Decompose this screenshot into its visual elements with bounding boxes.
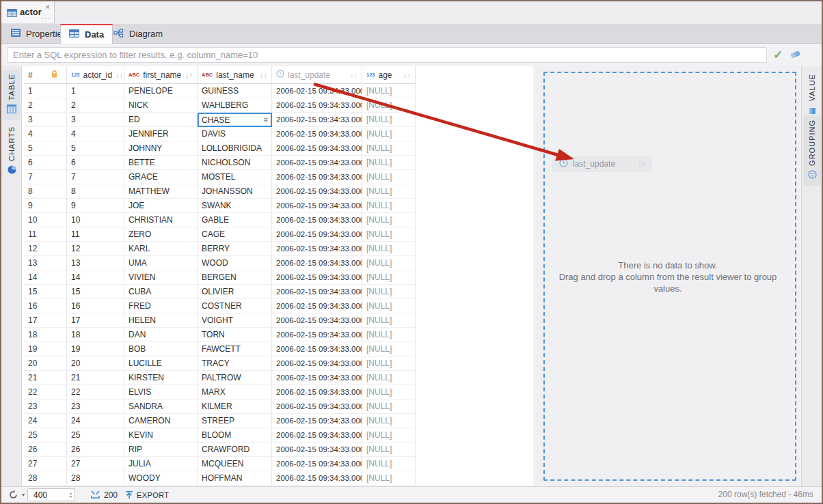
- export-button[interactable]: EXPORT: [125, 487, 169, 503]
- grid-cell[interactable]: 19: [24, 342, 67, 356]
- grid-cell[interactable]: 2: [24, 98, 67, 113]
- grid-cell[interactable]: 10: [67, 213, 124, 227]
- table-row[interactable]: 1010CHRISTIANGABLE2006-02-15 09:34:33.00…: [24, 213, 416, 227]
- clear-filter-button[interactable]: [787, 47, 804, 63]
- grid-cell[interactable]: 2006-02-15 09:34:33.000: [272, 141, 362, 156]
- table-row[interactable]: 1919BOBFAWCETT2006-02-15 09:34:33.000[NU…: [24, 342, 416, 356]
- grid-cell[interactable]: 5: [67, 141, 124, 156]
- grid-cell[interactable]: WAHLBERG: [198, 98, 272, 113]
- grid-cell[interactable]: [NULL]: [362, 313, 416, 328]
- grid-cell[interactable]: PENELOPE: [124, 84, 198, 98]
- grid-cell[interactable]: 9: [67, 199, 124, 213]
- grid-cell[interactable]: 6: [24, 156, 67, 170]
- table-row[interactable]: 2121KIRSTENPALTROW2006-02-15 09:34:33.00…: [24, 371, 416, 385]
- grid-cell[interactable]: 2006-02-15 09:34:33.000: [272, 227, 362, 242]
- grid-cell[interactable]: 2006-02-15 09:34:33.000: [272, 127, 362, 141]
- grid-cell[interactable]: KILMER: [198, 400, 272, 414]
- grid-cell[interactable]: [NULL]: [362, 84, 416, 98]
- grid-cell[interactable]: [NULL]: [362, 457, 416, 471]
- grid-cell[interactable]: 21: [24, 371, 67, 385]
- table-row[interactable]: 88MATTHEWJOHANSSON2006-02-15 09:34:33.00…: [24, 184, 416, 199]
- grid-cell[interactable]: 2006-02-15 09:34:33.000: [272, 213, 362, 227]
- grid-cell[interactable]: 5: [24, 141, 67, 156]
- grid-cell[interactable]: [NULL]: [362, 270, 416, 285]
- grid-cell[interactable]: 2006-02-15 09:34:33.000: [272, 156, 362, 170]
- rail-tab-table[interactable]: TABLE: [3, 70, 21, 120]
- column-header-last-update[interactable]: last_update ↓↑: [272, 66, 362, 83]
- cell-menu-icon[interactable]: ≡: [263, 115, 268, 125]
- grid-cell[interactable]: 2006-02-15 09:34:33.000: [272, 443, 362, 457]
- grid-cell[interactable]: [NULL]: [362, 213, 416, 227]
- grid-cell[interactable]: GUINESS: [198, 84, 272, 98]
- grid-cell[interactable]: 26: [24, 443, 67, 457]
- grid-cell[interactable]: 25: [67, 428, 124, 443]
- grid-cell[interactable]: 2006-02-15 09:34:33.000: [272, 84, 362, 98]
- grid-cell[interactable]: DAVIS: [198, 127, 272, 141]
- table-row[interactable]: 2626RIPCRAWFORD2006-02-15 09:34:33.000[N…: [24, 443, 416, 457]
- grid-cell[interactable]: 22: [24, 385, 67, 400]
- grid-cell[interactable]: SWANK: [198, 199, 272, 213]
- grid-cell[interactable]: 24: [24, 414, 67, 428]
- sort-icon[interactable]: ↓↑: [116, 71, 123, 79]
- grid-cell[interactable]: CHRISTIAN: [124, 213, 198, 227]
- column-header-rownum[interactable]: #: [24, 66, 67, 83]
- dragged-column-chip[interactable]: last_update ↓↑: [552, 156, 652, 172]
- grid-cell[interactable]: LOLLOBRIGIDA: [198, 141, 272, 156]
- sort-icon[interactable]: ↓↑: [260, 71, 267, 79]
- grid-cell[interactable]: 10: [24, 213, 67, 227]
- grid-cell[interactable]: 14: [67, 270, 124, 285]
- table-row[interactable]: 2020LUCILLETRACY2006-02-15 09:34:33.000[…: [24, 356, 416, 371]
- refresh-button[interactable]: ▾: [8, 487, 25, 503]
- grid-cell[interactable]: JULIA: [124, 457, 198, 471]
- grid-cell[interactable]: 8: [24, 184, 67, 199]
- table-row[interactable]: 66BETTENICHOLSON2006-02-15 09:34:33.000[…: [24, 156, 416, 170]
- grid-cell[interactable]: JOHNNY: [124, 141, 198, 156]
- grid-cell[interactable]: 2006-02-15 09:34:33.000: [272, 299, 362, 313]
- grid-cell[interactable]: 2: [67, 98, 124, 113]
- grid-cell[interactable]: JOHANSSON: [198, 184, 272, 199]
- grid-cell[interactable]: ZERO: [124, 227, 198, 242]
- table-row[interactable]: 2323SANDRAKILMER2006-02-15 09:34:33.000[…: [24, 400, 416, 414]
- grid-cell[interactable]: 8: [67, 184, 124, 199]
- grid-cell[interactable]: 2006-02-15 09:34:33.000: [272, 471, 362, 486]
- fetch-size-spinner[interactable]: ▴▾: [27, 488, 75, 501]
- grid-cell[interactable]: 2006-02-15 09:34:33.000: [272, 170, 362, 184]
- grid-cell[interactable]: [NULL]: [362, 428, 416, 443]
- grid-cell[interactable]: BERGEN: [198, 270, 272, 285]
- table-row[interactable]: 77GRACEMOSTEL2006-02-15 09:34:33.000[NUL…: [24, 170, 416, 184]
- table-row[interactable]: 99JOESWANK2006-02-15 09:34:33.000[NULL]: [24, 199, 416, 213]
- grid-cell[interactable]: 11: [24, 227, 67, 242]
- table-row[interactable]: 1515CUBAOLIVIER2006-02-15 09:34:33.000[N…: [24, 285, 416, 299]
- sort-icon[interactable]: ↓↑: [403, 71, 411, 79]
- grid-cell[interactable]: NICHOLSON: [198, 156, 272, 170]
- grid-cell[interactable]: 2006-02-15 09:34:33.000: [272, 113, 362, 127]
- table-row[interactable]: 1717HELENVOIGHT2006-02-15 09:34:33.000[N…: [24, 313, 416, 328]
- grid-cell[interactable]: 21: [67, 371, 124, 385]
- grid-cell[interactable]: 2006-02-15 09:34:33.000: [272, 285, 362, 299]
- grid-cell[interactable]: 18: [24, 328, 67, 342]
- grid-cell[interactable]: 17: [67, 313, 124, 328]
- grid-cell[interactable]: 2006-02-15 09:34:33.000: [272, 242, 362, 256]
- fetch-next-button[interactable]: 200: [90, 487, 118, 503]
- table-row[interactable]: 1818DANTORN2006-02-15 09:34:33.000[NULL]: [24, 328, 416, 342]
- grid-cell[interactable]: 7: [24, 170, 67, 184]
- grid-cell[interactable]: 1: [24, 84, 67, 98]
- grid-cell[interactable]: MCQUEEN: [198, 457, 272, 471]
- grid-cell[interactable]: VIVIEN: [124, 270, 198, 285]
- grid-cell[interactable]: MOSTEL: [198, 170, 272, 184]
- grid-cell[interactable]: 20: [24, 356, 67, 371]
- tab-overflow-icon[interactable]: ...: [42, 12, 50, 20]
- table-row[interactable]: 1212KARLBERRY2006-02-15 09:34:33.000[NUL…: [24, 242, 416, 256]
- table-row[interactable]: 2424CAMERONSTREEP2006-02-15 09:34:33.000…: [24, 414, 416, 428]
- table-row[interactable]: 1313UMAWOOD2006-02-15 09:34:33.000[NULL]: [24, 256, 416, 270]
- grid-cell[interactable]: 2006-02-15 09:34:33.000: [272, 356, 362, 371]
- table-row[interactable]: 2727JULIAMCQUEEN2006-02-15 09:34:33.000[…: [24, 457, 416, 471]
- grid-cell[interactable]: [NULL]: [362, 98, 416, 113]
- grid-cell[interactable]: 12: [24, 242, 67, 256]
- rail-tab-charts[interactable]: CHARTS: [3, 122, 21, 181]
- grid-cell[interactable]: [NULL]: [362, 443, 416, 457]
- grid-cell[interactable]: 3: [24, 113, 67, 127]
- table-row[interactable]: 2828WOODYHOFFMAN2006-02-15 09:34:33.000[…: [24, 471, 416, 486]
- grid-cell[interactable]: 6: [67, 156, 124, 170]
- grid-cell[interactable]: 24: [67, 414, 124, 428]
